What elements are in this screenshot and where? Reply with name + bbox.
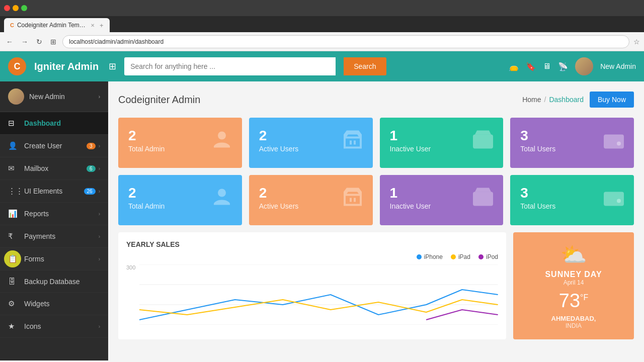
chevron-right-icon: ›: [99, 211, 100, 217]
wallet3-icon: [471, 186, 495, 215]
svg-point-3: [617, 142, 621, 146]
breadcrumb-current: Dashboard: [549, 96, 584, 104]
backup-icon: 🗄: [8, 277, 19, 286]
wallet-icon[interactable]: 👝: [509, 62, 519, 71]
stat-label: Total Users: [520, 145, 555, 153]
svg-point-4: [218, 189, 226, 197]
back-button[interactable]: ←: [4, 36, 15, 48]
sidebar-item-ui-elements[interactable]: ⋮⋮ UI Elements 26 ›: [0, 180, 108, 203]
stat-label: Inactive User: [390, 202, 431, 210]
legend-item-ipod: iPod: [478, 253, 498, 260]
legend-item-ipad: iPad: [451, 253, 470, 260]
person-icon: [210, 129, 234, 157]
stat-number: 2: [259, 128, 267, 144]
sidebar: New Admin › ⊟ Dashboard 👤 Create User 3 …: [0, 81, 108, 360]
sidebar-item-label: Backup Database: [24, 278, 100, 286]
sidebar-item-icons[interactable]: ★ Icons ›: [0, 315, 108, 338]
sidebar-item-label: Reports: [24, 210, 99, 218]
browser-tab[interactable]: C Codeigniter Admin Templ... ✕ +: [4, 18, 110, 32]
dashboard-icon: ⊟: [8, 119, 19, 128]
ui-elements-icon: ⋮⋮: [8, 187, 19, 196]
stat-card-inactive-users: 1 Inactive User: [380, 118, 504, 168]
tab-bar: C Codeigniter Admin Templ... ✕ +: [0, 16, 644, 32]
feed-icon[interactable]: 📡: [558, 62, 568, 71]
avatar-image: [575, 57, 593, 75]
weather-country: INDIA: [566, 322, 582, 329]
breadcrumb-home[interactable]: Home: [522, 96, 541, 104]
create-user-badge: 3: [87, 143, 96, 149]
weather-city: AHMEDABAD,: [551, 315, 596, 322]
stat-label: Total Users: [520, 202, 555, 210]
nav-bar: ← → ↻ ⊞ ☆: [0, 32, 644, 51]
body-wrapper: New Admin › ⊟ Dashboard 👤 Create User 3 …: [0, 81, 644, 360]
sidebar-item-create-user[interactable]: 👤 Create User 3 ›: [0, 135, 108, 157]
chart-title: YEARLY SALES: [126, 240, 498, 248]
weather-label: SUNNEY DAY: [545, 270, 602, 279]
sidebar-item-widgets[interactable]: ⚙ Widgets: [0, 293, 108, 315]
header-username: New Admin: [600, 62, 636, 70]
browser-chrome: [0, 0, 644, 16]
monitor-icon[interactable]: 🖥: [543, 62, 551, 71]
forward-button[interactable]: →: [19, 36, 30, 48]
create-user-icon: 👤: [8, 141, 19, 150]
sidebar-item-backup-database[interactable]: 🗄 Backup Database: [0, 270, 108, 293]
tab-close-icon[interactable]: ✕: [91, 23, 95, 28]
stat-card-inactive-users-2: 1 Inactive User: [380, 175, 504, 225]
avatar: [575, 57, 593, 75]
wallet4-icon: [602, 186, 626, 215]
bookmark-icon[interactable]: 🔖: [526, 62, 536, 71]
grid-icon[interactable]: ⊞: [109, 61, 116, 72]
payments-icon: ₹: [8, 232, 19, 241]
sidebar-item-payments[interactable]: ₹ Payments ›: [0, 225, 108, 248]
chart-y-300: 300: [126, 264, 135, 270]
chevron-right-icon: ›: [99, 256, 100, 262]
stat-label: Total Admin: [128, 145, 165, 153]
sidebar-item-mailbox[interactable]: ✉ Mailbox 6 ›: [0, 157, 108, 180]
stat-number: 1: [390, 185, 398, 201]
user-chevron-icon: ›: [99, 94, 100, 100]
app-wrapper: C Igniter Admin ⊞ Search 👝 🔖 🖥 📡 New Adm…: [0, 51, 644, 360]
bookmark-icon[interactable]: ☆: [633, 38, 640, 46]
stat-card-total-admin-2: 2 Total Admin: [118, 175, 242, 225]
svg-point-0: [218, 132, 226, 140]
breadcrumb: Home / Dashboard: [522, 96, 584, 104]
apps-button[interactable]: ⊞: [48, 36, 58, 48]
buy-now-button[interactable]: Buy Now: [590, 92, 634, 108]
cart-icon: [341, 129, 365, 157]
svg-rect-1: [473, 135, 493, 149]
widgets-icon: ⚙: [8, 299, 19, 308]
breadcrumb-row: Codeigniter Admin Home / Dashboard Buy N…: [118, 92, 634, 108]
refresh-button[interactable]: ↻: [34, 36, 44, 48]
weather-date: April 14: [564, 279, 584, 286]
svg-rect-2: [604, 135, 624, 149]
chevron-right-icon: ›: [99, 166, 100, 171]
stat-card-active-users: 2 Active Users: [249, 118, 373, 168]
stat-number: 2: [128, 128, 136, 144]
wallet-icon: [471, 129, 495, 157]
address-bar[interactable]: [62, 35, 629, 48]
app-logo: C: [8, 57, 26, 75]
breadcrumb-separator: /: [544, 96, 546, 104]
chart-area: 300: [126, 264, 498, 325]
app-title: Igniter Admin: [34, 61, 99, 72]
sidebar-item-label: Forms: [24, 255, 99, 263]
search-input[interactable]: [124, 57, 336, 75]
sidebar-user[interactable]: New Admin ›: [0, 81, 108, 112]
sidebar-avatar: [8, 88, 24, 105]
svg-rect-6: [604, 192, 624, 206]
sidebar-item-reports[interactable]: 📊 Reports ›: [0, 203, 108, 225]
stat-cards-row2: 2 Total Admin 2 Active Users 1 Inactive …: [118, 175, 634, 225]
weather-card: ⛅ SUNNEY DAY April 14 73°F AHMEDABAD, IN…: [513, 232, 634, 339]
sidebar-item-dashboard[interactable]: ⊟ Dashboard: [0, 112, 108, 135]
legend-item-iphone: iPhone: [417, 253, 443, 260]
chart-card: YEARLY SALES iPhone iPad iPod: [118, 232, 506, 339]
sidebar-item-forms[interactable]: 📋 Forms ›: [0, 248, 108, 270]
search-button[interactable]: Search: [344, 57, 386, 75]
new-tab-icon[interactable]: +: [100, 22, 104, 29]
stat-card-active-users-2: 2 Active Users: [249, 175, 373, 225]
stat-number: 1: [390, 128, 398, 144]
sidebar-item-label: Mailbox: [24, 164, 87, 172]
stat-label: Inactive User: [390, 145, 431, 153]
reports-icon: 📊: [8, 209, 19, 218]
chevron-right-icon: ›: [99, 234, 100, 239]
